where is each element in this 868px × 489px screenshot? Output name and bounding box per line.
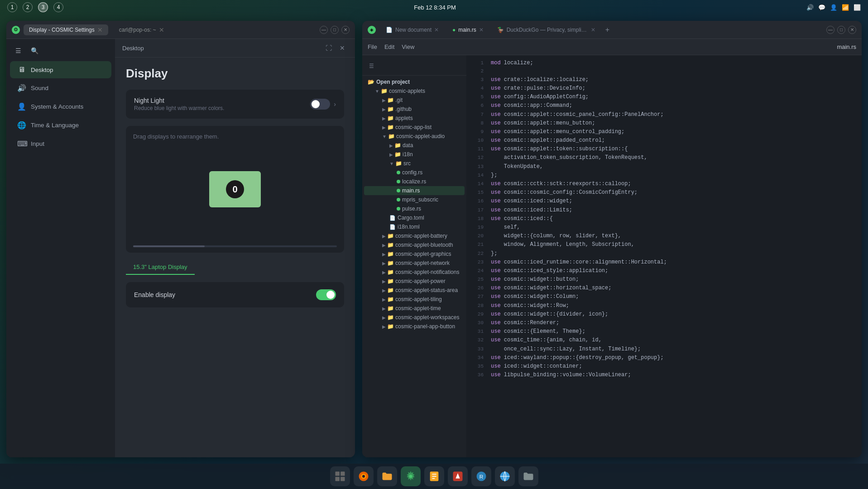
breadcrumb-parent[interactable]: Desktop: [122, 45, 144, 52]
taskbar-files2[interactable]: [518, 466, 538, 486]
secondary-tab-close[interactable]: ✕: [159, 26, 164, 34]
tree-src[interactable]: ▼ 📁 src: [364, 159, 465, 168]
display-monitor[interactable]: 0: [209, 171, 261, 207]
workspace-4[interactable]: 4: [53, 2, 63, 12]
code-line-27: 27 use cosmic::widget::Column;: [466, 292, 862, 301]
night-light-toggle[interactable]: [310, 99, 330, 110]
taskbar-firefox[interactable]: [354, 466, 374, 486]
tree-pulse-rs[interactable]: pulse.rs: [364, 204, 465, 213]
add-tab-btn[interactable]: +: [605, 26, 609, 34]
volume-icon[interactable]: 🔊: [806, 4, 814, 11]
tree-cosmic-applet-audio[interactable]: ▼ 📁 cosmic-applet-audio: [364, 132, 465, 141]
tree-cosmic-applets[interactable]: ▼ 📁 cosmic-applets: [364, 86, 465, 96]
tree-notifications[interactable]: ▶ 📁 cosmic-applet-notifications: [364, 268, 465, 277]
chevron-right-applets: ▶: [382, 116, 386, 121]
tree-graphics[interactable]: ▶ 📁 cosmic-applet-graphics: [364, 249, 465, 259]
tree-i18n-toml[interactable]: 📄 i18n.toml: [364, 222, 465, 231]
editor-close[interactable]: ✕: [848, 26, 856, 34]
tree-panel-app-button[interactable]: ▶ 📁 cosmic-panel-app-button: [364, 322, 465, 331]
editor-maximize[interactable]: □: [837, 26, 845, 34]
editor-tab-new-doc[interactable]: 📄 New document ✕: [380, 25, 444, 35]
display-area[interactable]: Drag displays to rearrange them. 0: [126, 126, 344, 253]
tree-mpris[interactable]: mpris_subscric: [364, 195, 465, 204]
chat-icon[interactable]: 💬: [818, 4, 825, 11]
tree-tiling[interactable]: ▶ 📁 cosmic-applet-tiling: [364, 295, 465, 304]
close-btn[interactable]: ✕: [337, 43, 348, 53]
tree-localize-rs[interactable]: localize.rs: [364, 177, 465, 186]
display-scrollbar[interactable]: [133, 245, 337, 247]
taskbar-browser[interactable]: [495, 466, 515, 486]
new-doc-icon: 📄: [386, 27, 393, 33]
sidebar-item-desktop[interactable]: 🖥 Desktop: [10, 61, 111, 78]
tree-battery[interactable]: ▶ 📁 cosmic-applet-battery: [364, 231, 465, 240]
file-menu[interactable]: File: [368, 43, 377, 50]
settings-close[interactable]: ✕: [341, 26, 350, 34]
night-light-row: Night Light Reduce blue light with warme…: [126, 90, 344, 119]
sidebar-item-input[interactable]: ⌨ Input: [10, 135, 111, 153]
code-line-33: 33 once_cell::sync::Lazy, Instant, Timel…: [466, 345, 862, 354]
sidebar-item-time-language[interactable]: 🌐 Time & Language: [10, 116, 111, 134]
accounts-icon: 👤: [17, 102, 26, 111]
taskbar-folder[interactable]: [377, 466, 397, 486]
tree-github[interactable]: ▶ 📁 .github: [364, 105, 465, 114]
duckduckgo-close[interactable]: ✕: [591, 27, 595, 33]
tree-cosmic-app-list[interactable]: ▶ 📁 cosmic-app-list: [364, 123, 465, 132]
settings-sidebar: ☰ 🔍 🖥 Desktop 🔊 Sound 👤 System & Account…: [6, 39, 115, 457]
dir-icon-data: 📁: [394, 142, 401, 149]
editor-tab-main-rs[interactable]: ● main.rs ✕: [447, 25, 489, 35]
enable-display-toggle[interactable]: [316, 289, 336, 300]
tree-data[interactable]: ▶ 📁 data: [364, 141, 465, 150]
tree-applets[interactable]: ▶ 📁 applets: [364, 114, 465, 123]
settings-maximize[interactable]: □: [331, 26, 339, 34]
datetime: Feb 12 8:34 PM: [414, 4, 456, 11]
tree-toolbar: ☰: [362, 59, 466, 76]
edit-menu[interactable]: Edit: [384, 43, 394, 50]
wifi-icon[interactable]: 📶: [842, 4, 849, 11]
settings-minimize[interactable]: —: [320, 26, 328, 34]
code-lines[interactable]: 1 mod localize; 2 3 use crate::localize:…: [466, 55, 862, 457]
tree-i18n[interactable]: ▶ 📁 i18n: [364, 150, 465, 159]
code-area: 1 mod localize; 2 3 use crate::localize:…: [466, 55, 862, 457]
settings-tab-secondary[interactable]: carl@pop-os: ~ ✕: [114, 26, 170, 34]
tree-status-area[interactable]: ▶ 📁 cosmic-applet-status-area: [364, 286, 465, 295]
new-doc-close[interactable]: ✕: [434, 27, 439, 33]
workspace-3[interactable]: 3: [38, 2, 48, 12]
workspace-2[interactable]: 2: [23, 2, 33, 12]
editor-minimize[interactable]: —: [826, 26, 834, 34]
page-title: Display: [126, 67, 344, 81]
person-icon[interactable]: 👤: [830, 4, 837, 11]
taskbar-notes[interactable]: [424, 466, 444, 486]
editor-tab-duckduckgo[interactable]: 🦆 DuckDuckGo — Privacy, simplified. — Mo…: [492, 25, 601, 35]
tree-workspaces[interactable]: ▶ 📁 cosmic-applet-workspaces: [364, 313, 465, 322]
view-menu[interactable]: View: [402, 43, 414, 50]
chevron-right-battery: ▶: [382, 234, 386, 239]
tree-menu-icon[interactable]: ☰: [366, 61, 377, 72]
sidebar-search-btn[interactable]: 🔍: [28, 44, 41, 57]
taskbar-files[interactable]: [330, 466, 350, 486]
taskbar-settings[interactable]: [401, 466, 421, 486]
taskbar-app7[interactable]: R: [471, 466, 491, 486]
taskbar-app6[interactable]: [448, 466, 468, 486]
tree-open-project[interactable]: 📂 Open project: [364, 77, 465, 86]
tree-main-rs[interactable]: main.rs: [364, 186, 465, 195]
tree-network[interactable]: ▶ 📁 cosmic-applet-network: [364, 259, 465, 268]
expand-btn[interactable]: ⛶: [323, 43, 334, 53]
dir-icon: 📁: [381, 88, 388, 94]
display-tab-laptop[interactable]: 15.3" Laptop Display: [126, 260, 195, 275]
tree-power[interactable]: ▶ 📁 cosmic-applet-power: [364, 277, 465, 286]
settings-tab-close[interactable]: ✕: [97, 26, 103, 34]
tree-bluetooth[interactable]: ▶ 📁 cosmic-applet-bluetooth: [364, 240, 465, 249]
tree-cargo-toml[interactable]: 📄 Cargo.toml: [364, 213, 465, 222]
tree-config-rs[interactable]: config.rs: [364, 168, 465, 177]
sidebar-menu-btn[interactable]: ☰: [12, 44, 24, 57]
tree-git[interactable]: ▶ 📁 .git: [364, 96, 465, 105]
night-light-arrow[interactable]: ›: [334, 101, 336, 108]
sidebar-item-sound[interactable]: 🔊 Sound: [10, 79, 111, 97]
tree-time[interactable]: ▶ 📁 cosmic-applet-time: [364, 304, 465, 313]
app-icon[interactable]: ⬜: [854, 4, 861, 11]
settings-main: Desktop ⛶ ✕ Display Night Light: [115, 39, 355, 457]
sidebar-item-system-accounts[interactable]: 👤 System & Accounts: [10, 98, 111, 115]
settings-tab-active[interactable]: Display - COSMIC Settings ✕: [24, 24, 108, 35]
workspace-1[interactable]: 1: [7, 2, 17, 12]
main-rs-close[interactable]: ✕: [479, 27, 484, 33]
